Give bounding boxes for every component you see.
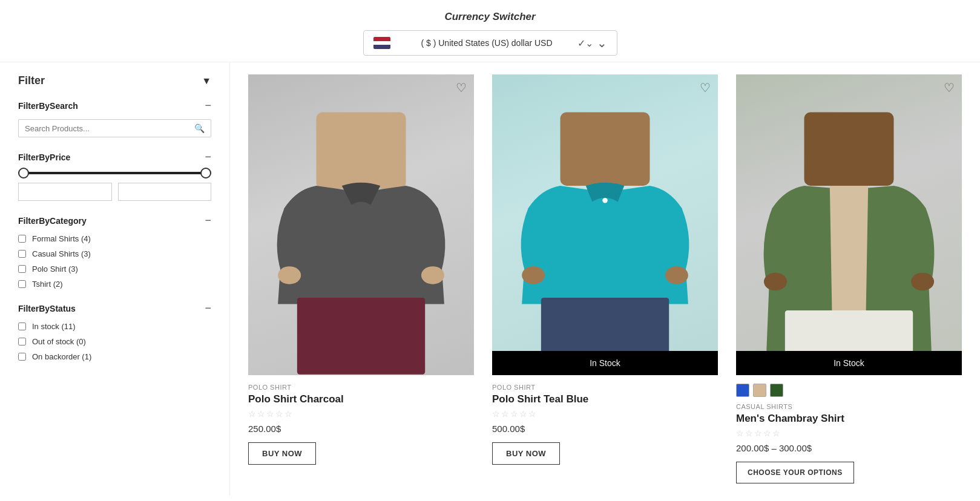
- product-price-2: 500.00$: [492, 424, 718, 434]
- currency-dropdown[interactable]: ( $ ) United States (US) dollar USD ✓⌄ ⌄: [363, 30, 617, 56]
- price-slider-thumb-left[interactable]: [18, 168, 29, 178]
- sidebar-filter: Filter ▼ FilterBySearch − 🔍 FilterByPric…: [0, 62, 230, 496]
- star-2-5: ☆: [528, 409, 536, 419]
- star-rating-3: ☆ ☆ ☆ ☆ ☆: [736, 428, 962, 438]
- filter-by-category-section: FilterByCategory − Formal Shirts (4) Cas…: [18, 214, 211, 289]
- star-1-5: ☆: [284, 409, 292, 419]
- star-3-3: ☆: [754, 428, 762, 438]
- product-grid: ♡ POLO SHIRT Polo Shirt Charcoal ☆ ☆ ☆ ☆…: [248, 74, 962, 483]
- svg-rect-0: [317, 112, 406, 189]
- filter-category-header: FilterByCategory −: [18, 214, 211, 227]
- product-category-2: POLO SHIRT: [492, 384, 718, 391]
- filter-by-price-section: FilterByPrice − 0 800: [18, 151, 211, 201]
- color-swatches-3: [736, 384, 962, 397]
- product-info-1: POLO SHIRT Polo Shirt Charcoal ☆ ☆ ☆ ☆ ☆…: [248, 375, 474, 465]
- filter-search-header: FilterBySearch −: [18, 99, 211, 112]
- svg-point-7: [522, 266, 545, 284]
- filter-title: Filter: [18, 74, 45, 87]
- product-name-3: Men's Chambray Shirt: [736, 413, 962, 425]
- star-2-2: ☆: [501, 409, 509, 419]
- search-box: 🔍: [18, 119, 211, 137]
- status-checkbox-on-backorder[interactable]: [18, 353, 26, 361]
- price-max-input[interactable]: 800: [118, 183, 212, 201]
- price-range-container: 0 800: [18, 172, 211, 201]
- main-layout: Filter ▼ FilterBySearch − 🔍 FilterByPric…: [0, 62, 980, 496]
- product-image-charcoal: ♡: [248, 74, 474, 375]
- star-1-3: ☆: [266, 409, 274, 419]
- status-label-out-of-stock: Out of stock (0): [32, 337, 86, 346]
- price-slider-track[interactable]: [18, 172, 211, 174]
- filter-search-collapse-icon[interactable]: −: [205, 99, 211, 112]
- svg-point-2: [278, 266, 301, 284]
- product-area: ♡ POLO SHIRT Polo Shirt Charcoal ☆ ☆ ☆ ☆…: [230, 62, 980, 496]
- svg-rect-9: [804, 112, 894, 186]
- filter-status-header: FilterByStatus −: [18, 302, 211, 315]
- product-info-2: POLO SHIRT Polo Shirt Teal Blue ☆ ☆ ☆ ☆ …: [492, 375, 718, 465]
- color-swatch-green[interactable]: [770, 384, 783, 397]
- buy-now-button-2[interactable]: BUY NOW: [492, 442, 560, 465]
- currency-switcher-title: Currency Switcher: [0, 11, 980, 23]
- wishlist-button-2[interactable]: ♡: [700, 82, 711, 94]
- status-item-on-backorder[interactable]: On backorder (1): [18, 352, 211, 361]
- status-label-in-stock: In stock (11): [32, 322, 76, 331]
- star-3-1: ☆: [736, 428, 744, 438]
- wishlist-button-3[interactable]: ♡: [944, 82, 955, 94]
- status-list: In stock (11) Out of stock (0) On backor…: [18, 322, 211, 361]
- status-checkbox-out-of-stock[interactable]: [18, 338, 26, 345]
- filter-category-label: FilterByCategory: [18, 216, 87, 226]
- currency-label: ( $ ) United States (US) dollar USD: [396, 38, 577, 48]
- star-1-2: ☆: [257, 409, 265, 419]
- star-2-1: ☆: [492, 409, 500, 419]
- svg-point-8: [665, 266, 688, 284]
- category-checkbox-polo-shirt[interactable]: [18, 265, 26, 273]
- price-inputs: 0 800: [18, 183, 211, 201]
- status-item-out-of-stock[interactable]: Out of stock (0): [18, 337, 211, 346]
- product-image-green: ♡ In Stock: [736, 74, 962, 375]
- filter-category-collapse-icon[interactable]: −: [205, 214, 211, 227]
- filter-price-label: FilterByPrice: [18, 152, 70, 162]
- star-rating-1: ☆ ☆ ☆ ☆ ☆: [248, 409, 474, 419]
- category-checkbox-formal-shirts[interactable]: [18, 235, 26, 243]
- category-item-casual-shirts[interactable]: Casual Shirts (3): [18, 249, 211, 258]
- product-name-1: Polo Shirt Charcoal: [248, 393, 474, 405]
- star-3-2: ☆: [745, 428, 753, 438]
- star-1-1: ☆: [248, 409, 256, 419]
- category-item-tshirt[interactable]: Tshirt (2): [18, 280, 211, 289]
- filter-price-collapse-icon[interactable]: −: [205, 151, 211, 163]
- star-3-5: ☆: [772, 428, 780, 438]
- search-input[interactable]: [25, 124, 194, 133]
- wishlist-button-1[interactable]: ♡: [456, 82, 467, 94]
- price-slider-thumb-right[interactable]: [200, 168, 211, 178]
- star-3-4: ☆: [763, 428, 771, 438]
- product-card-1: ♡ POLO SHIRT Polo Shirt Charcoal ☆ ☆ ☆ ☆…: [248, 74, 474, 483]
- svg-rect-4: [561, 112, 650, 186]
- category-checkbox-casual-shirts[interactable]: [18, 250, 26, 258]
- category-checkbox-tshirt[interactable]: [18, 280, 26, 288]
- filter-status-collapse-icon[interactable]: −: [205, 302, 211, 315]
- us-flag-icon: [373, 37, 390, 49]
- choose-options-button-3[interactable]: CHOOSE YOUR OPTIONS: [736, 462, 854, 483]
- category-label-tshirt: Tshirt (2): [32, 280, 63, 289]
- category-item-formal-shirts[interactable]: Formal Shirts (4): [18, 234, 211, 243]
- buy-now-button-1[interactable]: BUY NOW: [248, 442, 316, 465]
- star-1-4: ☆: [275, 409, 283, 419]
- svg-point-12: [911, 272, 934, 290]
- product-price-3: 200.00$ – 300.00$: [736, 443, 962, 453]
- color-swatch-tan[interactable]: [753, 384, 766, 397]
- star-2-3: ☆: [510, 409, 518, 419]
- status-item-in-stock[interactable]: In stock (11): [18, 322, 211, 331]
- product-card-2: ♡ In Stock POLO SHIRT Polo Shirt Teal Bl…: [492, 74, 718, 483]
- filter-header: Filter ▼: [18, 74, 211, 87]
- status-label-on-backorder: On backorder (1): [32, 352, 91, 361]
- product-image-svg-charcoal: [265, 105, 457, 376]
- filter-by-search-section: FilterBySearch − 🔍: [18, 99, 211, 137]
- filter-funnel-icon: ▼: [202, 76, 211, 87]
- filter-status-label: FilterByStatus: [18, 304, 76, 313]
- in-stock-badge-2: In Stock: [492, 351, 718, 375]
- color-swatch-blue[interactable]: [736, 384, 749, 397]
- category-item-polo-shirt[interactable]: Polo Shirt (3): [18, 264, 211, 273]
- status-checkbox-in-stock[interactable]: [18, 323, 26, 330]
- price-min-input[interactable]: 0: [18, 183, 112, 201]
- product-price-1: 250.00$: [248, 424, 474, 434]
- category-list: Formal Shirts (4) Casual Shirts (3) Polo…: [18, 234, 211, 289]
